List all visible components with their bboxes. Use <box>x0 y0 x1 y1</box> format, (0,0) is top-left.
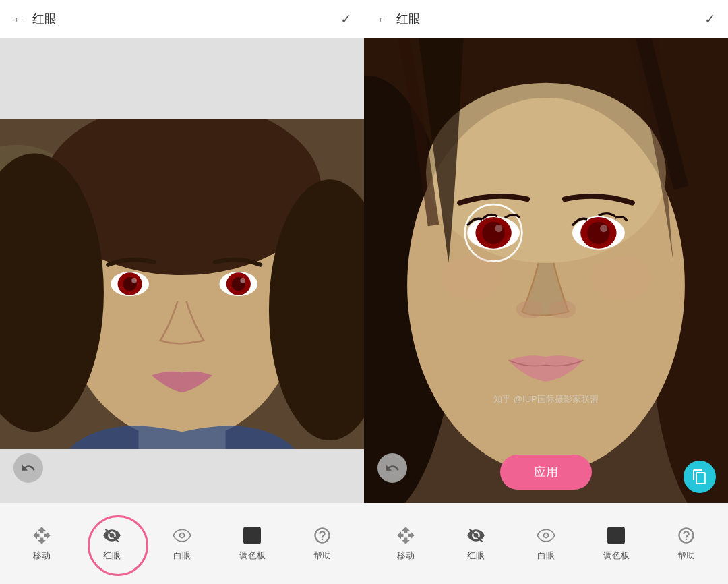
left-tool-color-palette[interactable]: 调色板 <box>229 520 276 567</box>
right-face-svg <box>364 38 728 503</box>
svg-point-15 <box>240 278 245 283</box>
left-tool-help[interactable]: 帮助 <box>299 520 346 567</box>
left-title: 红眼 <box>32 11 57 27</box>
right-title: 红眼 <box>396 11 421 27</box>
svg-point-23 <box>426 83 666 263</box>
right-tool-white-eye[interactable]: 白眼 <box>522 520 570 567</box>
color-palette-icon <box>242 525 262 546</box>
left-tool-color-label: 调色板 <box>239 550 266 562</box>
left-back-button[interactable]: ← <box>12 11 26 27</box>
red-eye-icon <box>102 525 122 546</box>
right-top-bar-left: ← 红眼 <box>376 11 421 27</box>
white-eye-icon <box>172 525 192 546</box>
svg-point-34 <box>549 301 576 319</box>
right-back-button[interactable]: ← <box>376 11 390 27</box>
svg-point-36 <box>591 256 651 301</box>
right-tool-white-eye-label: 白眼 <box>537 550 555 562</box>
copy-button[interactable] <box>684 461 716 493</box>
svg-point-32 <box>600 225 607 232</box>
right-white-eye-icon <box>536 525 556 546</box>
move-icon <box>32 525 52 546</box>
svg-point-35 <box>441 256 501 301</box>
right-undo-icon <box>385 461 400 475</box>
right-tool-red-eye[interactable]: 红眼 <box>452 520 499 567</box>
right-tool-help-label: 帮助 <box>677 550 695 562</box>
left-face-image <box>0 119 364 449</box>
right-bottom-toolbar: 移动 红眼 白眼 <box>364 503 728 584</box>
right-move-icon <box>396 525 416 546</box>
undo-icon <box>21 461 36 475</box>
left-tool-red-eye-label: 红眼 <box>103 550 121 562</box>
right-top-bar: ← 红眼 ✓ <box>364 0 728 38</box>
right-help-icon <box>676 525 696 546</box>
svg-point-27 <box>495 225 502 232</box>
right-tool-move[interactable]: 移动 <box>382 520 429 567</box>
right-tool-move-label: 移动 <box>397 550 415 562</box>
right-tool-red-eye-label: 红眼 <box>467 550 485 562</box>
left-undo-button[interactable] <box>13 453 43 483</box>
left-top-bar-left: ← 红眼 <box>12 11 57 27</box>
svg-point-38 <box>544 533 549 538</box>
left-tool-help-label: 帮助 <box>313 550 331 562</box>
left-tool-move-label: 移动 <box>33 550 51 562</box>
right-tool-color-label: 调色板 <box>603 550 630 562</box>
svg-point-26 <box>482 222 504 244</box>
right-undo-button[interactable] <box>377 453 407 483</box>
svg-point-17 <box>180 533 185 538</box>
left-panel: ← 红眼 ✓ <box>0 0 364 584</box>
left-photo-area <box>0 119 364 449</box>
right-color-palette-icon <box>606 525 626 546</box>
apply-button[interactable]: 应用 <box>500 455 592 490</box>
help-icon <box>312 525 332 546</box>
right-face-image <box>364 38 728 503</box>
left-tool-red-eye[interactable]: 红眼 <box>88 520 135 567</box>
left-confirm-button[interactable]: ✓ <box>340 11 352 27</box>
svg-point-33 <box>516 301 543 319</box>
right-panel: ← 红眼 ✓ <box>364 0 728 584</box>
right-red-eye-icon <box>466 525 486 546</box>
right-color-square <box>607 527 625 544</box>
left-bottom-gray-area <box>0 449 364 503</box>
left-face-svg <box>0 119 364 449</box>
left-top-bar: ← 红眼 ✓ <box>0 0 364 38</box>
copy-icon <box>692 469 708 485</box>
left-bottom-toolbar: 移动 红眼 白眼 <box>0 503 364 584</box>
svg-point-31 <box>587 222 609 244</box>
right-confirm-button[interactable]: ✓ <box>704 11 716 27</box>
left-tool-white-eye-label: 白眼 <box>173 550 191 562</box>
left-tool-move[interactable]: 移动 <box>18 520 65 567</box>
right-tool-help[interactable]: 帮助 <box>663 520 710 567</box>
left-tool-white-eye[interactable]: 白眼 <box>158 520 206 567</box>
svg-point-11 <box>131 278 137 283</box>
left-top-gray-area <box>0 38 364 119</box>
color-square <box>243 527 261 544</box>
right-photo-area: 知乎 @IUP国际摄影家联盟 <box>364 38 728 503</box>
right-tool-color-palette[interactable]: 调色板 <box>593 520 640 567</box>
